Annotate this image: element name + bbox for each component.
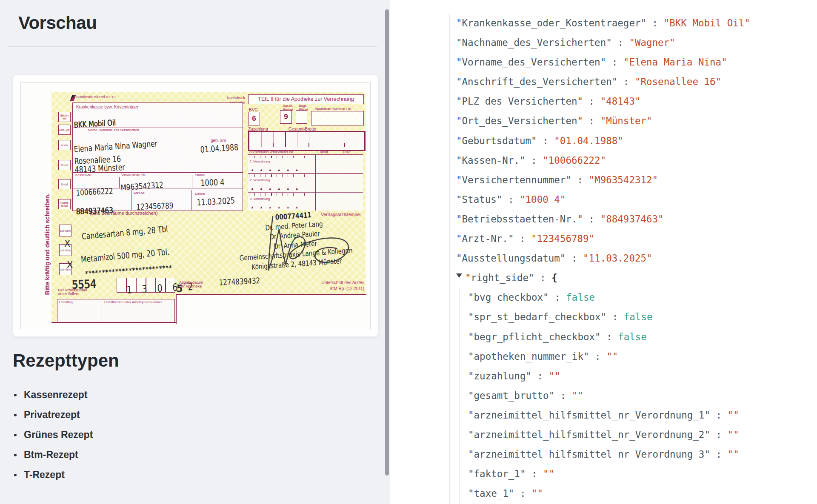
json-colon: :	[526, 155, 543, 166]
prescription-preview-card: Bitte kräftig und deutlich schreiben. Bu…	[13, 74, 378, 337]
rx-x-mark-2: X	[67, 260, 73, 270]
json-line-kassen-nr: "Kassen-Nr." : "100666222"	[390, 151, 817, 170]
rx-bvg-box: 6	[248, 112, 260, 125]
json-key: "Arzt-Nr."	[456, 233, 514, 244]
json-colon: :	[583, 214, 600, 225]
list-item-privatrezept: Privatrezept	[0, 405, 298, 425]
json-line-faktor-1: "faktor_1" : ""	[390, 464, 817, 484]
json-line-verordnung-2: "arzneimittel_hilfsmittel_nr_Verordnung_…	[390, 425, 817, 444]
rx-kassen-value: 100666222	[76, 186, 113, 197]
rx-status-label: Status	[195, 174, 205, 177]
json-value: ""	[728, 410, 739, 421]
list-item-label: Btm-Rezept	[24, 449, 78, 461]
rx-verordnung-3-label: 3. Verordnung	[250, 196, 270, 201]
rx-abgabe-label: Abgabedatum der Apotheke	[179, 281, 206, 288]
json-line-krankenkasse: "Krankenkasse_oder_Kostentraeger" : "BKK…	[390, 13, 817, 33]
json-value: false	[566, 292, 595, 303]
rx-patient-name: Elena Maria Nina Wagner	[74, 138, 158, 154]
json-line-spr-st-bedarf-checkbox: "spr_st_bedarf_checkbox" : false	[390, 307, 817, 327]
json-colon: :	[537, 135, 554, 146]
list-item-gruenes-rezept: Grünes Rezept	[0, 425, 298, 445]
json-viewer: "Krankenkasse_oder_Kostentraeger" : "BKK…	[390, 0, 817, 503]
rx-geb-value: 01.04.1988	[200, 142, 239, 155]
json-key: "Geburtsdatum"	[456, 135, 537, 146]
json-colon: :	[526, 468, 543, 479]
rx-teil2-box: TEIL II für die Apotheke zur Verrechnung	[248, 94, 364, 104]
json-value: ""	[728, 429, 739, 440]
json-key: "Krankenkasse_oder_Kostentraeger"	[456, 17, 646, 28]
list-item-label: Privatrezept	[24, 409, 80, 421]
rx-arbeitsunfall-note: Bei Arbeitsunfall auszufüllen!	[58, 288, 94, 296]
json-colon: :	[502, 194, 520, 205]
json-value: ""	[549, 370, 560, 382]
json-line-nachname: "Nachname_des_Versicherten" : "Wagner"	[390, 33, 817, 52]
json-colon: :	[710, 410, 728, 421]
preview-panel: Vorschau Bitte kräftig und deutlich schr…	[0, 0, 390, 504]
json-line-versichertennummer: "Versichertennummer" : "M963542312"	[390, 170, 817, 190]
rx-verordnung-1-label: 1. Verordnung	[250, 159, 270, 164]
rx-checkbox-geb-pfl: Geb.- pfl.	[58, 125, 71, 135]
json-value: "Wagner"	[629, 37, 675, 48]
rx-medication-2: Metamizol 500 mg, 20 Tbl.	[80, 247, 170, 265]
rx-checkbox-arbeitsunfall: Arbeits- unfall	[58, 199, 71, 209]
json-key: "Vorname_des_Versicherten"	[456, 57, 606, 68]
rx-geb-label: geb. am	[211, 138, 226, 143]
rx-medication-1: Candesartan 8 mg, 28 Tbl	[81, 224, 168, 242]
bullet-icon	[14, 454, 17, 456]
rx-checkbox-aut-idem-1: aut idem	[59, 225, 71, 236]
json-value: ""	[543, 468, 554, 479]
rx-arznei-label: Arzneimittel-/Hilfsmittel-Nr.	[249, 150, 294, 154]
list-item-t-rezept: T-Rezept	[0, 465, 298, 485]
rx-form: Bundesdruckerei 01.13 Nachdruck verboten…	[51, 92, 366, 323]
json-line-taxe-1: "taxe_1" : ""	[390, 484, 817, 503]
json-open-brace: {	[551, 272, 557, 283]
rx-versicherten-value: M963542312	[120, 180, 163, 192]
json-colon: :	[646, 17, 664, 28]
recipe-types-list: Kassenrezept Privatrezept Grünes Rezept …	[0, 385, 298, 485]
json-key: "Ort_des_Versicherten"	[456, 115, 583, 126]
json-key: "zuzahlung"	[468, 370, 531, 382]
doctor-signature	[249, 214, 356, 278]
rx-begr-box	[296, 110, 307, 124]
json-key: "Betriebsstaetten-Nr."	[456, 214, 583, 225]
json-colon: :	[571, 174, 589, 185]
rx-unterschrift-label: Unterschrift des Arztes	[300, 280, 364, 285]
rx-side-note: Bitte kräftig und deutlich schreiben.	[44, 159, 51, 329]
collapse-triangle-icon[interactable]	[456, 273, 462, 281]
rx-kassen-label: Kassen-Nr.	[75, 174, 92, 177]
json-value: "123456789"	[531, 233, 594, 244]
json-colon: :	[554, 390, 572, 401]
rx-verordnung-grid: 1. Verordnung ▲▲▲▲▲▲ 2. Verordnung ▲▲▲▲▲…	[248, 154, 363, 211]
rx-unfalltag-label: Unfalltag	[59, 301, 73, 305]
rx-arzt-label: Arzt-Nr.	[134, 191, 145, 195]
json-colon: :	[534, 272, 552, 283]
json-line-vorname: "Vorname_des_Versicherten" : "Elena Mari…	[390, 52, 817, 72]
rx-asterisk-fill: **************************	[85, 264, 172, 278]
vertical-scrollbar[interactable]	[385, 9, 389, 476]
rx-betriebs-value: 884937463	[76, 205, 113, 216]
rx-status-value: 1000 4	[200, 177, 225, 188]
json-key: "taxe_1"	[468, 488, 514, 499]
bullet-icon	[14, 434, 17, 436]
bullet-icon	[14, 414, 17, 416]
rx-unfallbetrieb-label: Unfallbetrieb oder Arbeitgebernummer	[104, 301, 162, 305]
rx-verordnung-2-label: 2. Verordnung	[250, 178, 270, 182]
json-value: "1000 4"	[520, 194, 566, 205]
rx-printer-info: Bundesdruckerei 01.13	[76, 95, 116, 100]
json-value: ""	[531, 488, 543, 499]
json-value: "M963542312"	[589, 174, 658, 185]
rx-checkbox-noctu: noctu	[58, 140, 71, 150]
json-key: "apotheken_nummer_ik"	[468, 351, 589, 362]
json-key: "Ausstellungsdatum"	[456, 253, 566, 264]
json-line-verordnung-3: "arzneimittel_hilfsmittel_nr_Verordnung_…	[390, 444, 817, 464]
list-item-label: T-Rezept	[24, 469, 65, 481]
json-key: "Status"	[456, 194, 502, 205]
json-value: "Elena Maria Nina"	[623, 57, 727, 68]
rx-checkbox-unfall: Unfall	[58, 179, 71, 189]
json-value: false	[618, 331, 647, 342]
json-colon: :	[617, 76, 635, 87]
json-value: "48143"	[600, 96, 641, 107]
json-colon: :	[606, 57, 623, 68]
json-line-ausstellungsdatum: "Ausstellungsdatum" : "11.03.2025"	[390, 248, 817, 268]
json-colon: :	[710, 429, 728, 440]
